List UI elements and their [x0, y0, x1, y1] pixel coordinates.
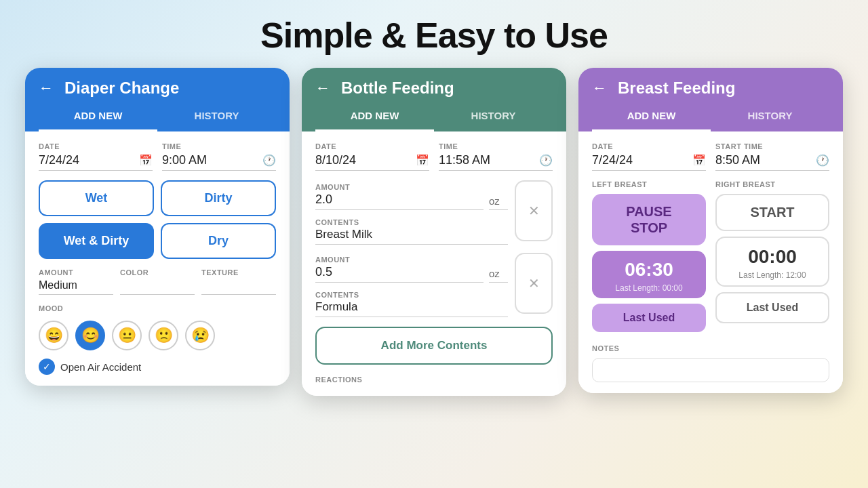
diaper-date-label: DATE	[39, 142, 153, 150]
bottle-tab-add-new[interactable]: ADD NEW	[315, 104, 434, 131]
bottle-amount2-unit: oz	[489, 268, 508, 283]
bottle-contents1-label: CONTENTS	[315, 218, 359, 226]
left-session-block: 06:30 Last Length: 00:00	[592, 251, 706, 298]
left-breast-label: LEFT BREAST	[592, 180, 706, 188]
diaper-color-value[interactable]	[120, 279, 195, 295]
breast-tab-history[interactable]: HISTORY	[711, 104, 829, 131]
bottle-date-field: DATE 8/10/24 📅	[315, 142, 429, 171]
mood-sad[interactable]: 🙁	[149, 321, 178, 350]
open-air-label: Open Air Accident	[60, 361, 141, 373]
left-session-last: Last Length: 00:00	[599, 283, 699, 293]
bottle-remove-2-icon: ✕	[528, 275, 540, 291]
start-btn[interactable]: START	[715, 194, 829, 231]
diaper-mood-row: 😄 😊 😐 🙁 😢	[39, 321, 276, 350]
bottle-contents2-value[interactable]: Formula	[315, 300, 508, 317]
diaper-open-air-row: ✓ Open Air Accident	[39, 359, 276, 375]
bottle-amount2-value[interactable]: 0.5	[315, 265, 484, 283]
breast-feeding-card: ← Breast Feeding ADD NEW HISTORY DATE 7/…	[578, 68, 843, 393]
mood-neutral[interactable]: 😐	[112, 321, 142, 350]
bottle-card-tabs: ADD NEW HISTORY	[302, 98, 566, 131]
bottle-content-2: AMOUNT 0.5 oz CONTENTS Formula ✕	[315, 253, 553, 317]
bottle-contents2-row: CONTENTS Formula	[315, 288, 508, 317]
bottle-amount2-row: AMOUNT 0.5 oz	[315, 253, 508, 283]
diaper-dry-btn[interactable]: Dry	[161, 223, 276, 259]
bottle-card-header: ← Bottle Feeding	[302, 68, 566, 98]
diaper-back-arrow[interactable]: ←	[39, 79, 54, 97]
bottle-date-label: DATE	[315, 142, 429, 150]
left-session-time: 06:30	[599, 259, 699, 281]
diaper-calendar-icon: 📅	[139, 154, 153, 167]
right-session-last: Last Length: 12:00	[724, 270, 821, 280]
bottle-contents1-row: CONTENTS Breast Milk	[315, 216, 508, 245]
diaper-wet-dirty-btn[interactable]: Wet & Dirty	[39, 223, 154, 259]
mood-happy[interactable]: 😊	[75, 321, 105, 350]
diaper-change-card: ← Diaper Change ADD NEW HISTORY DATE 7/2…	[25, 68, 290, 386]
diaper-amount-label: AMOUNT	[39, 268, 113, 277]
bottle-card-body: DATE 8/10/24 📅 TIME 11:58 AM 🕐	[302, 131, 566, 396]
mood-laughing[interactable]: 😄	[39, 321, 68, 350]
bottle-tab-history[interactable]: HISTORY	[434, 104, 553, 131]
bottle-amount1-unit: oz	[489, 195, 508, 210]
left-last-used-btn[interactable]: Last Used	[592, 304, 706, 332]
diaper-time-value[interactable]: 9:00 AM 🕐	[162, 153, 276, 171]
diaper-card-title: Diaper Change	[64, 79, 179, 98]
right-session-block: 00:00 Last Length: 12:00	[715, 237, 829, 287]
diaper-amount-value[interactable]: Medium	[39, 279, 113, 295]
diaper-card-body: DATE 7/24/24 📅 TIME 9:00 AM 🕐 Wet Dirt	[25, 131, 290, 386]
diaper-color-field: COLOR	[120, 268, 195, 295]
breast-card-title: Breast Feeding	[618, 79, 735, 98]
bottle-date-time-group: DATE 8/10/24 📅 TIME 11:58 AM 🕐	[315, 142, 553, 171]
bottle-content-1: AMOUNT 2.0 oz CONTENTS Breast Milk ✕	[315, 180, 553, 245]
diaper-date-time-group: DATE 7/24/24 📅 TIME 9:00 AM 🕐	[39, 142, 276, 171]
diaper-texture-field: TEXTURE	[201, 268, 276, 295]
diaper-texture-value[interactable]	[201, 279, 276, 295]
right-breast-col: RIGHT BREAST START 00:00 Last Length: 12…	[715, 180, 829, 332]
page-title: Simple & Easy to Use	[0, 0, 868, 68]
bottle-amount1-label: AMOUNT	[315, 183, 350, 191]
diaper-mood-section: MOOD 😄 😊 😐 🙁 😢	[39, 302, 276, 350]
bottle-reactions-section: REACTIONS	[315, 373, 553, 385]
diaper-date-field: DATE 7/24/24 📅	[39, 142, 153, 171]
breast-back-arrow[interactable]: ←	[592, 79, 607, 97]
open-air-check[interactable]: ✓	[39, 359, 55, 375]
diaper-date-value[interactable]: 7/24/24 📅	[39, 153, 153, 171]
breast-card-header: ← Breast Feeding	[578, 68, 843, 98]
bottle-amount2-label: AMOUNT	[315, 256, 350, 264]
breast-start-time-value[interactable]: 8:50 AM 🕐	[715, 153, 829, 171]
bottle-amount2-value-row: 0.5 oz	[315, 265, 508, 283]
diaper-card-header: ← Diaper Change	[25, 68, 290, 98]
right-session-time: 00:00	[724, 246, 821, 268]
left-breast-col: LEFT BREAST PAUSESTOP 06:30 Last Length:…	[592, 180, 706, 332]
diaper-color-label: COLOR	[120, 268, 195, 277]
add-more-contents-btn[interactable]: Add More Contents	[315, 327, 553, 365]
diaper-wet-btn[interactable]: Wet	[39, 180, 154, 216]
bottle-contents2-label: CONTENTS	[315, 291, 359, 299]
bottle-content-1-fields: AMOUNT 2.0 oz CONTENTS Breast Milk	[315, 180, 508, 245]
right-last-used-btn[interactable]: Last Used	[715, 292, 829, 323]
diaper-dirty-btn[interactable]: Dirty	[161, 180, 276, 216]
bottle-reactions-label: REACTIONS	[315, 375, 362, 384]
breast-tab-add-new[interactable]: ADD NEW	[592, 104, 711, 131]
bottle-back-arrow[interactable]: ←	[315, 79, 330, 97]
bottle-date-value[interactable]: 8/10/24 📅	[315, 153, 429, 171]
breast-date-value[interactable]: 7/24/24 📅	[592, 153, 706, 171]
bottle-remove-1-btn[interactable]: ✕	[515, 180, 553, 241]
bottle-contents1-value[interactable]: Breast Milk	[315, 228, 508, 245]
breast-date-time-group: DATE 7/24/24 📅 START TIME 8:50 AM 🕐	[592, 142, 829, 171]
bottle-time-label: TIME	[439, 142, 553, 150]
bottle-amount1-value[interactable]: 2.0	[315, 192, 484, 210]
breast-notes-input[interactable]	[592, 358, 829, 382]
diaper-tab-add-new[interactable]: ADD NEW	[39, 104, 157, 131]
diaper-type-buttons: Wet Dirty Wet & Dirty Dry	[39, 180, 276, 259]
diaper-clock-icon: 🕐	[262, 154, 276, 167]
mood-cry[interactable]: 😢	[185, 321, 215, 350]
diaper-tab-history[interactable]: HISTORY	[157, 104, 276, 131]
bottle-remove-1-icon: ✕	[528, 203, 540, 219]
pause-stop-btn[interactable]: PAUSESTOP	[592, 194, 706, 245]
bottle-time-value[interactable]: 11:58 AM 🕐	[439, 153, 553, 171]
breast-start-time-label: START TIME	[715, 142, 829, 150]
diaper-amount-field: AMOUNT Medium	[39, 268, 113, 295]
breast-date-field: DATE 7/24/24 📅	[592, 142, 706, 171]
bottle-card-title: Bottle Feeding	[341, 79, 454, 98]
bottle-remove-2-btn[interactable]: ✕	[515, 253, 553, 314]
